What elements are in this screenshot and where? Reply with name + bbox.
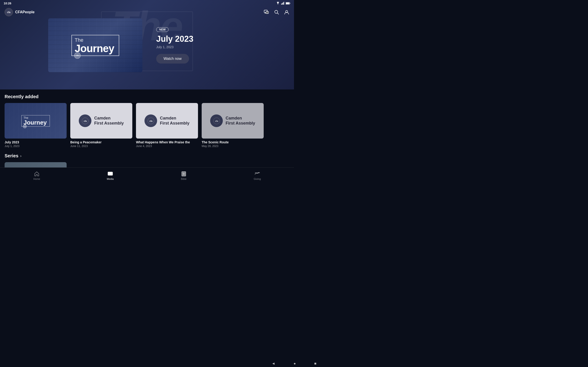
status-icons bbox=[276, 2, 290, 5]
list-item[interactable]: cfa CamdenFirst Assembly What Happens Wh… bbox=[136, 103, 198, 148]
svg-rect-5 bbox=[286, 2, 289, 4]
card-thumbnail: The Journey cfa bbox=[5, 103, 67, 139]
main-content: Recently added The Journey cfa July 2023 bbox=[0, 90, 294, 167]
journey-main-text: Journey bbox=[75, 43, 114, 54]
card-thumbnail: cfa CamdenFirst Assembly bbox=[136, 103, 198, 139]
cfa-org-name: CamdenFirst Assembly bbox=[160, 116, 189, 126]
header-left: cfa CFAPeople bbox=[5, 8, 35, 16]
journey-logo: The Journey cfa bbox=[71, 35, 119, 56]
new-badge: NEW bbox=[156, 27, 169, 32]
card-title: The Scenic Route bbox=[202, 140, 264, 144]
series-chevron[interactable]: › bbox=[20, 154, 21, 158]
card-title: What Happens When We Praise the bbox=[136, 140, 198, 144]
journey-the-text: The bbox=[75, 37, 114, 43]
hero-info: NEW July 2023 July 1, 2023 Watch now bbox=[156, 27, 246, 64]
journey-logo-border: The Journey cfa bbox=[71, 35, 119, 56]
hero-title: July 2023 bbox=[156, 34, 246, 44]
card-thumbnail: cfa CamdenFirst Assembly bbox=[202, 103, 264, 139]
nav-item-home[interactable]: Home bbox=[0, 171, 73, 180]
signal-icon bbox=[281, 2, 284, 5]
nav-label-media: Media bbox=[107, 177, 114, 180]
recently-added-section: Recently added The Journey cfa July 2023 bbox=[5, 94, 289, 148]
svg-rect-2 bbox=[283, 2, 284, 5]
status-bar: 10:26 bbox=[0, 0, 294, 6]
cards-row: The Journey cfa July 2023 July 1, 2023 bbox=[5, 103, 289, 148]
card-title: Being a Peacemaker bbox=[70, 140, 132, 144]
cfa-org-name: CamdenFirst Assembly bbox=[94, 116, 124, 126]
svg-rect-0 bbox=[281, 4, 282, 5]
giving-icon bbox=[254, 171, 260, 177]
recently-added-title: Recently added bbox=[5, 94, 289, 99]
cfa-badge: cfa bbox=[210, 115, 223, 127]
journey-cfa-badge: cfa bbox=[74, 52, 81, 59]
hero-thumbnail[interactable]: The Journey cfa bbox=[48, 18, 142, 72]
search-icon[interactable] bbox=[274, 9, 279, 15]
hero-thumbnail-inner: The Journey cfa bbox=[48, 18, 142, 72]
svg-rect-6 bbox=[290, 3, 290, 4]
home-icon bbox=[34, 171, 40, 177]
wifi-icon bbox=[276, 2, 280, 5]
card-title: July 2023 bbox=[5, 140, 67, 144]
header: cfa CFAPeople bbox=[0, 6, 294, 18]
card-date: June 4, 2023 bbox=[136, 144, 198, 148]
app-name: CFAPeople bbox=[15, 10, 35, 14]
hero-date: July 1, 2023 bbox=[156, 45, 246, 49]
bible-icon bbox=[181, 171, 187, 177]
series-section: Series › bbox=[5, 153, 289, 167]
status-time: 10:26 bbox=[4, 2, 11, 5]
svg-rect-3 bbox=[284, 2, 284, 5]
nav-item-media[interactable]: Media bbox=[73, 171, 147, 180]
media-icon bbox=[107, 171, 113, 177]
card-date: May 28, 2023 bbox=[202, 144, 264, 148]
series-cards-row bbox=[5, 162, 289, 167]
cfa-badge: cfa bbox=[145, 115, 157, 127]
svg-rect-1 bbox=[282, 3, 283, 5]
chat-icon[interactable] bbox=[264, 9, 269, 15]
nav-item-giving[interactable]: Giving bbox=[221, 171, 294, 180]
list-item[interactable] bbox=[5, 162, 67, 167]
watch-now-button[interactable]: Watch now bbox=[156, 54, 189, 64]
nav-item-bible[interactable]: Bible bbox=[147, 171, 221, 180]
svg-text:cfa: cfa bbox=[215, 120, 218, 122]
series-section-header: Series › bbox=[5, 153, 289, 158]
journey-border: The Journey cfa bbox=[21, 115, 50, 127]
card-date: June 11, 2023 bbox=[70, 144, 132, 148]
nav-label-giving: Giving bbox=[254, 177, 261, 180]
list-item[interactable]: cfa CamdenFirst Assembly Being a Peacema… bbox=[70, 103, 132, 148]
hero-content: The Journey cfa NEW July 2023 July 1, 20… bbox=[48, 18, 246, 72]
card-thumbnail: cfa CamdenFirst Assembly bbox=[70, 103, 132, 139]
series-card-thumbnail bbox=[5, 162, 67, 167]
list-item[interactable]: cfa CamdenFirst Assembly The Scenic Rout… bbox=[202, 103, 264, 148]
battery-icon bbox=[286, 2, 290, 5]
svg-rect-8 bbox=[266, 11, 268, 14]
app-logo: cfa bbox=[5, 8, 13, 16]
list-item[interactable]: The Journey cfa July 2023 July 1, 2023 bbox=[5, 103, 67, 148]
header-right bbox=[264, 9, 289, 15]
nav-label-home: Home bbox=[33, 177, 40, 180]
svg-point-13 bbox=[286, 10, 288, 13]
nav-label-bible: Bible bbox=[181, 177, 187, 180]
svg-text:cfa: cfa bbox=[149, 120, 153, 122]
series-title: Series bbox=[5, 153, 18, 158]
svg-text:cfa: cfa bbox=[84, 120, 87, 122]
svg-line-12 bbox=[277, 13, 279, 14]
cfa-org-name: CamdenFirst Assembly bbox=[225, 116, 255, 126]
journey-logo-small: The Journey cfa bbox=[21, 115, 50, 127]
card-date: July 1, 2023 bbox=[5, 144, 67, 148]
cfa-badge: cfa bbox=[79, 115, 91, 127]
bottom-nav: Home Media Bible Giving bbox=[0, 167, 294, 184]
account-icon[interactable] bbox=[284, 9, 289, 15]
